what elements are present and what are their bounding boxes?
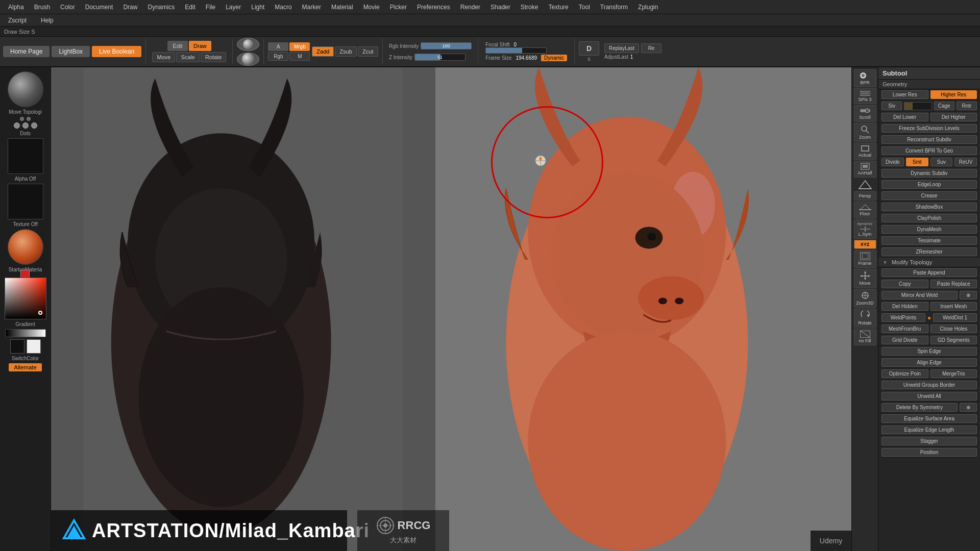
edgeloop-button[interactable]: EdgeLoop [881,180,977,189]
copy-button[interactable]: Copy [881,280,928,288]
spix-button[interactable]: SPix 3 [854,88,876,104]
optimize-poin-button[interactable]: Optimize Poin [881,369,928,378]
weld-points-button[interactable]: WeldPoints [881,313,925,322]
rotate-button[interactable]: Rotate [201,52,226,62]
alternate-button[interactable]: Alternate [9,363,41,371]
dynamic-button[interactable]: Dynamic [541,55,567,61]
unweld-all-button[interactable]: Unweld All [881,392,977,400]
menu-light[interactable]: Light [247,3,268,12]
gradient-bar[interactable] [5,329,46,337]
del-higher-button[interactable]: Del Higher [930,113,977,121]
close-holes-button[interactable]: Close Holes [930,324,977,333]
menu-shader[interactable]: Shader [486,3,514,12]
menu-preferences[interactable]: Preferences [413,3,454,12]
reuv-button[interactable]: ReUV [954,158,977,166]
smt-button[interactable]: Smt [906,158,928,166]
m-button[interactable]: M [289,52,310,61]
zadd-button[interactable]: Zadd [312,46,334,57]
focal-shift-slider[interactable] [485,47,547,54]
menu-tool[interactable]: Tool [575,3,594,12]
replay-last-button[interactable]: ReplayLast [604,43,639,53]
menu-zplugin[interactable]: Zplugin [634,3,662,12]
menu-stroke[interactable]: Stroke [517,3,543,12]
aahalf-button[interactable]: AAHalf [854,161,876,178]
menu-document[interactable]: Document [81,3,117,12]
cage-button[interactable]: Cage [934,102,954,110]
divide-button[interactable]: Divide [881,158,904,166]
color-swatch-white[interactable] [27,339,41,354]
reconstruct-subdiv-button[interactable]: Reconstruct Subdiv [881,135,977,144]
unweld-groups-button[interactable]: Unweld Groups Border [881,381,977,389]
zremesher-button[interactable]: ZRemesher [881,247,977,256]
draw-button[interactable]: Draw [189,41,211,51]
replay-short-button[interactable]: Re [641,43,662,53]
menu-render[interactable]: Render [456,3,484,12]
delete-symmetry-button[interactable]: Delete By Symmetry [881,403,958,412]
brush-sphere-2[interactable] [237,53,259,66]
tessimate-button[interactable]: Tessimate [881,236,977,245]
delete-symmetry-extra-button[interactable]: ⊕ [960,403,977,412]
rntr-button[interactable]: Rntr [957,102,977,110]
dynamic-subdiv-button[interactable]: Dynamic Subdiv [881,169,977,178]
rgb-button[interactable]: Rgb [268,52,288,61]
z-intensity-slider[interactable]: 51 [414,54,465,61]
scale-button[interactable]: Scale [176,52,200,62]
live-boolean-button[interactable]: Live Boolean [92,46,141,57]
color-swatch-black[interactable] [10,339,24,354]
floor-button[interactable]: Floor [854,202,876,218]
dynamesh-button[interactable]: DynaMesh [881,225,977,234]
higher-res-button[interactable]: Higher Res [930,90,977,99]
menu-marker[interactable]: Marker [298,3,325,12]
menu-movie[interactable]: Movie [359,3,384,12]
zoom3d-button[interactable]: Zoom3D [854,289,876,308]
align-edge-button[interactable]: Align Edge [881,358,977,367]
position-button[interactable]: Position [881,448,977,457]
menu-brush[interactable]: Brush [30,3,54,12]
menu-help[interactable]: Help [37,16,58,25]
menu-alpha[interactable]: Alpha [4,3,28,12]
brush-sphere-preview[interactable] [8,71,43,107]
mesh-from-bru-button[interactable]: MeshFromBru [881,324,928,333]
edit-button[interactable]: Edit [167,41,188,51]
menu-draw[interactable]: Draw [119,3,141,12]
suv-button[interactable]: Suv [930,158,953,166]
menu-zscript[interactable]: Zscript [4,16,31,25]
shadowbox-button[interactable]: ShadowBox [881,203,977,211]
paste-append-button[interactable]: Paste Append [881,268,977,277]
weld-dist-button[interactable]: WeldDist 1 [933,313,977,322]
mirror-weld-button[interactable]: Mirror And Weld [881,291,958,299]
mrgb-button[interactable]: Mrgb [289,42,310,51]
freeze-subdiv-button[interactable]: Freeze SubDivision Levels [881,124,977,133]
color-picker[interactable] [5,278,46,319]
bpr-button[interactable]: BPR [854,69,876,87]
move-rt-button[interactable]: Move [854,269,876,288]
lightbox-button[interactable]: LightBox [52,46,90,57]
modify-topology-header[interactable]: ▼ Modify Topology [878,258,980,267]
canvas-area[interactable]: ARTSTATION/Milad_Kambari RRCG 大大素材 Udemy [51,67,851,551]
del-lower-button[interactable]: Del Lower [881,113,928,121]
menu-picker[interactable]: Picker [386,3,411,12]
persp-button[interactable]: Persp [854,191,876,201]
menu-file[interactable]: File [202,3,219,12]
texture-preview[interactable] [8,184,43,219]
menu-texture[interactable]: Texture [544,3,572,12]
menu-material[interactable]: Material [327,3,357,12]
move-button[interactable]: Move [152,52,175,62]
rgb-intensity-slider[interactable]: 100 [421,42,472,49]
no-fill-button[interactable]: no Fill [854,329,876,345]
claypolish-button[interactable]: ClayPolish [881,214,977,222]
xyz-button[interactable]: XYZ [854,240,876,249]
siv-button[interactable]: Siv [881,102,902,110]
menu-color[interactable]: Color [56,3,79,12]
crease-button[interactable]: Crease [881,191,977,200]
spin-edge-button[interactable]: Spin Edge [881,347,977,356]
home-page-button[interactable]: Home Page [3,46,50,57]
zcut-button[interactable]: Zcut [358,46,378,57]
grid-divide-button[interactable]: Grid Divide [881,336,928,344]
alpha-preview[interactable] [8,138,43,174]
actual-button[interactable]: Actual [854,143,876,160]
zsub-button[interactable]: Zsub [335,46,356,57]
material-sphere[interactable] [8,229,43,265]
equalize-surface-button[interactable]: Equalize Surface Area [881,414,977,423]
menu-macro[interactable]: Macro [271,3,296,12]
